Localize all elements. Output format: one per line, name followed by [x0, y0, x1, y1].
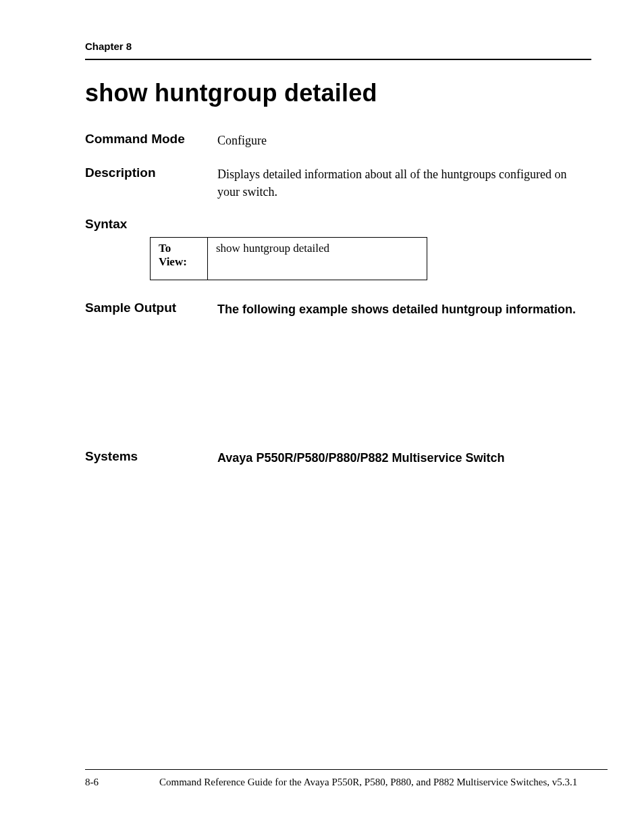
syntax-row-label: To View:	[151, 238, 208, 280]
page-title: show huntgroup detailed	[85, 79, 591, 107]
footer-doc-title: Command Reference Guide for the Avaya P5…	[159, 777, 608, 788]
header-rule	[85, 59, 591, 60]
sample-output-gap	[85, 334, 591, 449]
value-description: Displays detailed information about all …	[217, 165, 591, 201]
syntax-table: To View: show huntgroup detailed	[150, 237, 427, 280]
value-command-mode: Configure	[217, 132, 591, 149]
value-sample-output: The following example shows detailed hun…	[217, 301, 591, 318]
label-systems: Systems	[85, 449, 217, 464]
label-sample-output: Sample Output	[85, 301, 217, 315]
value-systems: Avaya P550R/P580/P880/P882 Multiservice …	[217, 449, 591, 467]
footer: 8-6 Command Reference Guide for the Avay…	[85, 769, 608, 788]
syntax-table-row: To View: show huntgroup detailed	[151, 238, 427, 280]
row-syntax: Syntax	[85, 217, 591, 232]
footer-rule	[85, 769, 608, 770]
page: Chapter 8 show huntgroup detailed Comman…	[0, 0, 644, 834]
row-systems: Systems Avaya P550R/P580/P880/P882 Multi…	[85, 449, 591, 467]
row-sample-output: Sample Output The following example show…	[85, 301, 591, 318]
footer-line: 8-6 Command Reference Guide for the Avay…	[85, 777, 608, 788]
label-command-mode: Command Mode	[85, 132, 217, 147]
row-command-mode: Command Mode Configure	[85, 132, 591, 149]
label-syntax: Syntax	[85, 217, 217, 232]
row-description: Description Displays detailed informatio…	[85, 165, 591, 201]
syntax-command: show huntgroup detailed	[208, 238, 427, 280]
footer-page-number: 8-6	[85, 777, 159, 788]
running-head: Chapter 8	[85, 41, 591, 52]
label-description: Description	[85, 165, 217, 180]
